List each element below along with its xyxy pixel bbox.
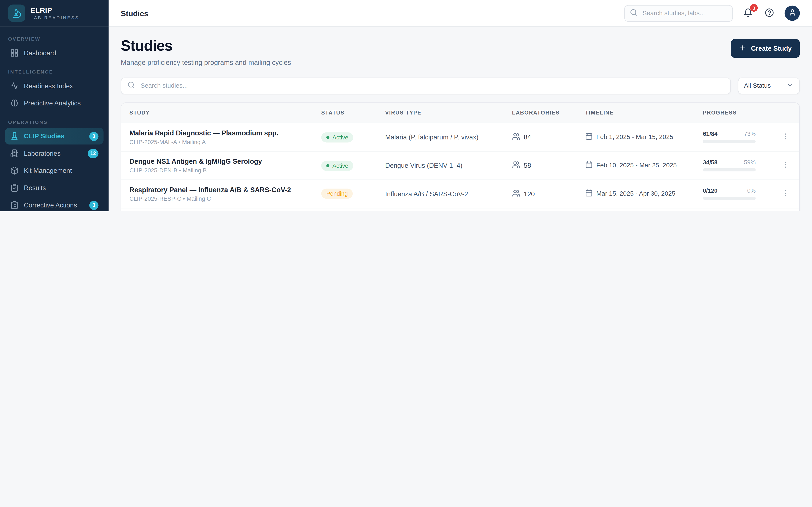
plus-icon — [739, 44, 747, 53]
study-meta: CLIP-2025-MAL-A • Mailing A — [130, 139, 312, 145]
sidebar-item-label: Results — [24, 184, 99, 191]
sidebar-item-predictive-analytics[interactable]: Predictive Analytics — [5, 95, 104, 112]
study-meta: CLIP-2025-DEN-B • Mailing B — [130, 167, 312, 173]
timeline-cell: Feb 1, 2025 - Mar 15, 2025 — [585, 132, 703, 142]
sidebar: ELRIP LAB READINESS OVERVIEWDashboardINT… — [0, 0, 109, 211]
sidebar-item-badge: 12 — [88, 149, 99, 158]
dashboard-icon — [10, 49, 19, 57]
table-row[interactable]: Enteric Pathogen Culture — Salmonella / … — [121, 208, 799, 211]
laboratories-cell: 58 — [512, 161, 585, 170]
kebab-icon — [781, 189, 790, 199]
actions-cell — [779, 159, 792, 172]
app-root: ELRIP LAB READINESS OVERVIEWDashboardINT… — [0, 0, 812, 211]
progress-cell: 0/120 0% — [703, 188, 756, 200]
calendar-icon — [585, 189, 593, 199]
global-search-input[interactable] — [642, 9, 727, 17]
study-cell: Dengue NS1 Antigen & IgM/IgG Serology CL… — [130, 158, 321, 173]
timeline-text: Feb 10, 2025 - Mar 25, 2025 — [596, 162, 677, 169]
progress-cell: 34/58 59% — [703, 160, 756, 172]
status-badge: Active — [321, 161, 353, 171]
progress-bar — [703, 140, 756, 143]
actions-cell — [779, 130, 792, 144]
sidebar-item-kit-management[interactable]: Kit Management — [5, 162, 104, 179]
sidebar-item-clip-studies[interactable]: CLIP Studies3 — [5, 128, 104, 145]
progress-cell: 61/84 73% — [703, 131, 756, 143]
sidebar-item-label: Dashboard — [24, 49, 99, 57]
flask-icon — [10, 132, 19, 140]
virus-type-cell: Dengue Virus (DENV 1–4) — [385, 162, 512, 169]
laboratories-count: 84 — [524, 133, 531, 141]
column-header-progress: Progress — [703, 110, 779, 116]
sidebar-item-badge: 3 — [89, 131, 98, 141]
microscope-icon — [8, 5, 26, 22]
status-badge: Active — [321, 132, 353, 143]
progress-fraction: 0/120 — [703, 188, 717, 194]
create-study-button[interactable]: Create Study — [731, 39, 800, 58]
virus-type-cell: Malaria (P. falciparum / P. vivax) — [385, 133, 512, 141]
study-title: Respiratory Panel — Influenza A/B & SARS… — [130, 186, 312, 194]
users-icon — [512, 161, 520, 170]
sidebar-item-dashboard[interactable]: Dashboard — [5, 45, 104, 61]
status-label: Active — [333, 163, 348, 169]
sidebar-item-corrective-actions[interactable]: Corrective Actions3 — [5, 197, 104, 211]
progress-percent: 0% — [747, 188, 756, 194]
sidebar-item-label: Kit Management — [24, 167, 99, 174]
timeline-cell: Feb 10, 2025 - Mar 25, 2025 — [585, 161, 703, 170]
page-header: Studies Manage proficiency testing progr… — [121, 38, 800, 66]
calendar-icon — [585, 132, 593, 142]
nav-section: OVERVIEWDashboard — [5, 29, 104, 61]
topbar-title: Studies — [121, 9, 615, 17]
status-badge: Pending — [321, 189, 353, 199]
package-icon — [10, 166, 19, 175]
topbar: Studies 3 — [109, 0, 812, 27]
studies-search-input[interactable] — [140, 82, 724, 90]
kebab-icon — [781, 161, 790, 170]
table-row[interactable]: Respiratory Panel — Influenza A/B & SARS… — [121, 180, 799, 208]
activity-icon — [10, 81, 19, 90]
app-subtitle: LAB READINESS — [31, 15, 79, 20]
column-header-timeline: Timeline — [585, 110, 703, 116]
user-avatar[interactable] — [784, 5, 800, 21]
studies-table: Study Status Virus Type Laboratories Tim… — [121, 103, 800, 211]
progress-bar — [703, 169, 756, 172]
sidebar-item-readiness-index[interactable]: Readiness Index — [5, 77, 104, 94]
row-menu-button[interactable] — [779, 159, 792, 172]
status-label: Pending — [326, 191, 348, 197]
user-icon — [788, 9, 796, 18]
sidebar-item-label: Predictive Analytics — [24, 99, 99, 107]
help-circle-icon — [765, 8, 774, 18]
row-menu-button[interactable] — [779, 130, 792, 144]
progress-fraction: 61/84 — [703, 131, 717, 137]
app-title: ELRIP — [31, 6, 79, 14]
notifications-button[interactable]: 3 — [742, 7, 754, 19]
virus-type-cell: Influenza A/B / SARS-CoV-2 — [385, 190, 512, 198]
progress-fraction: 34/58 — [703, 160, 717, 166]
column-header-status: Status — [321, 110, 385, 116]
page-title: Studies — [121, 38, 291, 54]
clipboard-check-icon — [10, 183, 19, 192]
create-study-label: Create Study — [751, 45, 792, 52]
status-dot-icon — [326, 164, 329, 167]
clipboard-list-icon — [10, 201, 19, 209]
status-filter-select[interactable]: All Status — [738, 77, 800, 94]
progress-percent: 59% — [744, 160, 756, 166]
progress-percent: 73% — [744, 131, 756, 137]
app-logo[interactable]: ELRIP LAB READINESS — [0, 0, 109, 27]
sidebar-item-laboratories[interactable]: Laboratories12 — [5, 145, 104, 162]
sidebar-item-results[interactable]: Results — [5, 180, 104, 196]
table-body: Malaria Rapid Diagnostic — Plasmodium sp… — [121, 123, 799, 211]
sidebar-item-label: CLIP Studies — [24, 132, 84, 140]
row-menu-button[interactable] — [779, 187, 792, 201]
actions-cell — [779, 187, 792, 201]
table-row[interactable]: Malaria Rapid Diagnostic — Plasmodium sp… — [121, 123, 799, 152]
table-row[interactable]: Dengue NS1 Antigen & IgM/IgG Serology CL… — [121, 152, 799, 180]
kebab-icon — [781, 132, 790, 142]
nav-section: INTELLIGENCEReadiness IndexPredictive An… — [5, 62, 104, 112]
laboratories-cell: 84 — [512, 132, 585, 142]
study-title: Malaria Rapid Diagnostic — Plasmodium sp… — [130, 129, 312, 137]
column-header-laboratories: Laboratories — [512, 110, 585, 116]
study-title: Dengue NS1 Antigen & IgM/IgG Serology — [130, 158, 312, 165]
help-button[interactable] — [763, 7, 776, 19]
sidebar-item-label: Readiness Index — [24, 82, 99, 90]
studies-search — [121, 77, 731, 94]
